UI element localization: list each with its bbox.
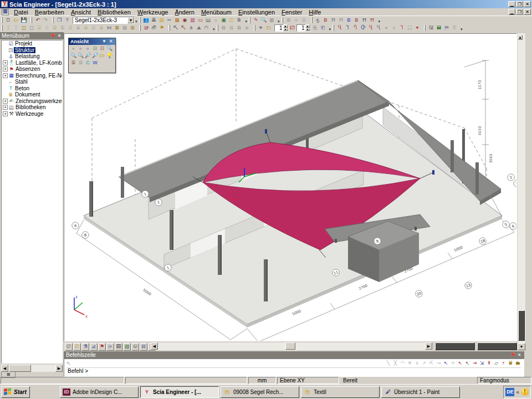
- toolbar-icon[interactable]: ◠: [399, 360, 406, 367]
- toolbar-icon[interactable]: ⛆: [451, 24, 458, 32]
- toolbar-icon[interactable]: ↖: [457, 360, 464, 367]
- toolbar-icon[interactable]: ◫: [228, 17, 236, 24]
- toolbar-icon[interactable]: ⛿: [443, 24, 451, 32]
- status-units[interactable]: mm: [248, 377, 276, 384]
- menu-einstellungen[interactable]: Einstellungen: [235, 8, 278, 16]
- toolbar-icon[interactable]: ⌻: [300, 17, 308, 24]
- toolbar-icon[interactable]: ↖: [464, 360, 471, 367]
- layer-icon[interactable]: 🗠: [289, 24, 296, 32]
- project-combo[interactable]: Segel1-2x3Eck-3 ▼: [73, 17, 135, 24]
- restore-button[interactable]: ❐: [516, 1, 523, 7]
- tree-expand-icon[interactable]: +: [3, 60, 8, 65]
- scroll-left-icon[interactable]: ◀: [1, 365, 8, 372]
- toolbar-icon[interactable]: 🗋: [4, 17, 12, 24]
- toolbar-icon[interactable]: ⌗: [390, 24, 398, 32]
- toolbar-icon[interactable]: C: [84, 59, 91, 66]
- toolbar-gripper[interactable]: [332, 25, 334, 31]
- start-button[interactable]: Start: [1, 386, 30, 398]
- toolbar-icon[interactable]: 🔍: [77, 52, 84, 59]
- toolbar-gripper[interactable]: [52, 17, 54, 23]
- pan-bar[interactable]: [435, 342, 475, 350]
- tree-item-dokument[interactable]: 🗎Dokument: [2, 91, 62, 98]
- close-button[interactable]: ✕: [524, 1, 531, 7]
- toolbar-icon[interactable]: ▥: [189, 17, 197, 24]
- toolbar-gripper[interactable]: [1, 25, 3, 31]
- toolbar-icon[interactable]: 🔍: [70, 52, 77, 59]
- toolbar-icon[interactable]: ⌹: [82, 24, 90, 32]
- tree-expand-icon[interactable]: +: [3, 111, 8, 116]
- task-button-scia-engineer-[interactable]: YScia Engineer - [...: [140, 386, 219, 398]
- toolbar-icon[interactable]: ⇥: [471, 360, 478, 367]
- toolbar-icon[interactable]: ◫: [20, 24, 28, 32]
- task-button--bersicht-1-paint[interactable]: 🖌Übersicht 1 - Paint: [381, 386, 460, 398]
- menu-tree-title[interactable]: Menübaum 📌 ✕: [0, 32, 64, 39]
- toolbar-icon[interactable]: ⚗: [81, 343, 89, 351]
- toolbar-icon[interactable]: Ⴈ: [344, 24, 351, 32]
- toolbar-icon[interactable]: ⊟: [121, 24, 129, 32]
- toolbar-icon[interactable]: ⎍: [43, 24, 51, 32]
- toolbar-icon[interactable]: Ħ: [369, 17, 376, 24]
- minimize-button[interactable]: ▁: [508, 1, 515, 7]
- menu-werkzeuge[interactable]: Werkzeuge: [134, 8, 171, 16]
- tree-expand-icon[interactable]: +: [3, 66, 8, 71]
- toolbar-icon[interactable]: 🝔: [70, 45, 77, 52]
- toolbar-icon[interactable]: ⍁: [66, 24, 74, 32]
- scroll-right-icon[interactable]: ▶: [55, 365, 63, 372]
- toolbar-icon[interactable]: ⋔: [187, 24, 195, 32]
- toolbar-icon[interactable]: Ħ: [361, 17, 369, 24]
- tree-expand-icon[interactable]: +: [3, 99, 8, 104]
- 3d-model-canvas[interactable]: z x AB1211182013182356 50002700270050005…: [64, 33, 517, 341]
- command-line-header[interactable]: Befehlszeile 📌 ✕: [64, 351, 524, 359]
- toolbar-icon[interactable]: ⌖: [382, 24, 390, 32]
- toolbar-icon[interactable]: 🖬: [435, 24, 443, 32]
- menu-bearbeiten[interactable]: Bearbeiten: [32, 8, 68, 16]
- toolbar-icon[interactable]: 🖶: [150, 17, 158, 24]
- spin-down-icon[interactable]: ▼: [305, 28, 310, 31]
- toolbar-icon[interactable]: 🗎: [236, 17, 243, 24]
- toolbar-icon[interactable]: ⊞: [285, 17, 293, 24]
- toolbar-icon[interactable]: 🖻: [77, 59, 84, 66]
- palette-title-bar[interactable]: Ansicht ▼ ✕: [69, 38, 115, 45]
- toolbar-icon[interactable]: ⌺: [90, 24, 98, 32]
- toolbar-icon[interactable]: ⍃: [98, 24, 105, 32]
- toolbar-icon[interactable]: ↖: [442, 360, 449, 367]
- toolbar-icon[interactable]: ⌼: [51, 24, 59, 32]
- scroll-thumb[interactable]: [9, 365, 31, 372]
- toolbar-gripper[interactable]: [168, 25, 170, 31]
- scroll-thumb[interactable]: [518, 310, 525, 341]
- toolbar-gripper[interactable]: [424, 25, 426, 31]
- tree-item-absenzen[interactable]: +⚑Absenzen: [2, 66, 62, 73]
- toolbar-icon[interactable]: ❒: [55, 17, 63, 24]
- toolbar-icon[interactable]: ⚡: [500, 360, 507, 367]
- viewport-horizontal-scrollbar[interactable]: ◀ ▶: [151, 342, 432, 350]
- menu-ändern[interactable]: Ändern: [171, 8, 197, 16]
- scroll-thumb[interactable]: [285, 342, 295, 350]
- security-shield-icon[interactable]: !: [521, 388, 529, 396]
- tree-item-beton[interactable]: TBeton: [2, 85, 62, 92]
- toolbar-icon[interactable]: 🝕: [91, 45, 99, 52]
- toolbar-icon[interactable]: Ⴁ: [336, 24, 344, 32]
- toolbar-icon[interactable]: 🔎: [91, 52, 99, 59]
- viewport-vertical-scrollbar[interactable]: ▲ ▼: [518, 33, 525, 350]
- tree-expand-icon[interactable]: +: [3, 73, 8, 78]
- pin-icon[interactable]: 📌: [510, 352, 515, 358]
- layer-spinner[interactable]: 1 ▲▼: [296, 24, 311, 32]
- toolbar-icon[interactable]: ⎘: [311, 24, 319, 32]
- toolbar-icon[interactable]: 🖳: [142, 24, 150, 32]
- toolbar-icon[interactable]: 🖻: [70, 59, 77, 66]
- menu-datei[interactable]: Datei: [11, 8, 32, 16]
- tree-item-bibliotheken[interactable]: +🕮Bibliotheken: [2, 104, 62, 111]
- toolbar-icon[interactable]: ◉: [181, 17, 189, 24]
- toolbar-icon[interactable]: ⌶: [12, 24, 20, 32]
- toolbar-icon[interactable]: ⎗: [319, 24, 327, 32]
- toolbar-icon[interactable]: 👥: [142, 17, 150, 24]
- toolbar-icon[interactable]: ╲: [385, 360, 392, 367]
- tree-item-lastf-lle-lf-kombination[interactable]: +🕺Lastfälle, LF-Kombination: [2, 60, 62, 66]
- toolbar-gripper[interactable]: [217, 25, 218, 31]
- toolbar-icon[interactable]: Ħ: [330, 17, 337, 24]
- toolbar-icon[interactable]: ✂: [166, 17, 173, 24]
- mdi-close-button[interactable]: ✕: [524, 9, 531, 15]
- close-panel-icon[interactable]: ✕: [57, 33, 62, 39]
- toolbar-icon[interactable]: ▤: [158, 17, 166, 24]
- activity-spinner[interactable]: 1 ▲▼: [274, 24, 289, 32]
